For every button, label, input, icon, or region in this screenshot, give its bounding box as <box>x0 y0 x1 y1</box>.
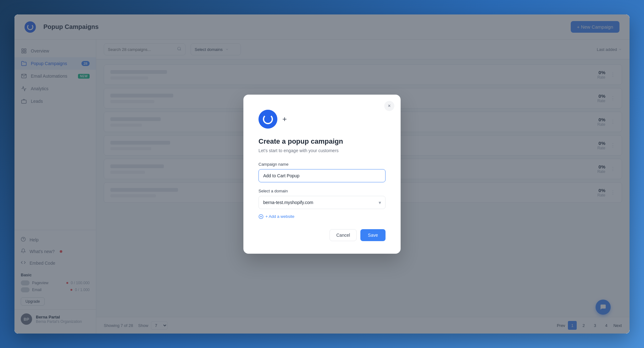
modal-brand-icon <box>258 110 277 129</box>
modal-title: Create a popup campaign <box>258 137 386 146</box>
plus-icon: + <box>282 115 287 124</box>
domain-select-input[interactable]: berna-test.myshopify.com <box>258 196 386 209</box>
modal-actions: Cancel Save <box>258 229 386 241</box>
modal-close-button[interactable]: × <box>384 101 394 111</box>
modal-icons: + <box>258 110 386 129</box>
modal-overlay: × + Create a popup campaign Let's start … <box>14 14 630 334</box>
campaign-name-label: Campaign name <box>258 162 386 167</box>
campaign-name-input[interactable] <box>258 169 386 182</box>
modal-subtitle: Let's start to engage with your customer… <box>258 148 386 153</box>
domain-select-wrapper: berna-test.myshopify.com ▾ <box>258 196 386 209</box>
save-button[interactable]: Save <box>360 229 386 241</box>
cancel-button[interactable]: Cancel <box>330 229 357 241</box>
modal: × + Create a popup campaign Let's start … <box>243 95 401 254</box>
add-website-link[interactable]: + Add a website <box>258 214 386 219</box>
add-website-label: + Add a website <box>265 214 294 219</box>
domain-label: Select a domain <box>258 189 386 193</box>
app-container: Popup Campaigns + New Campaign Overview <box>14 14 630 334</box>
brand-ring-icon <box>263 114 273 124</box>
